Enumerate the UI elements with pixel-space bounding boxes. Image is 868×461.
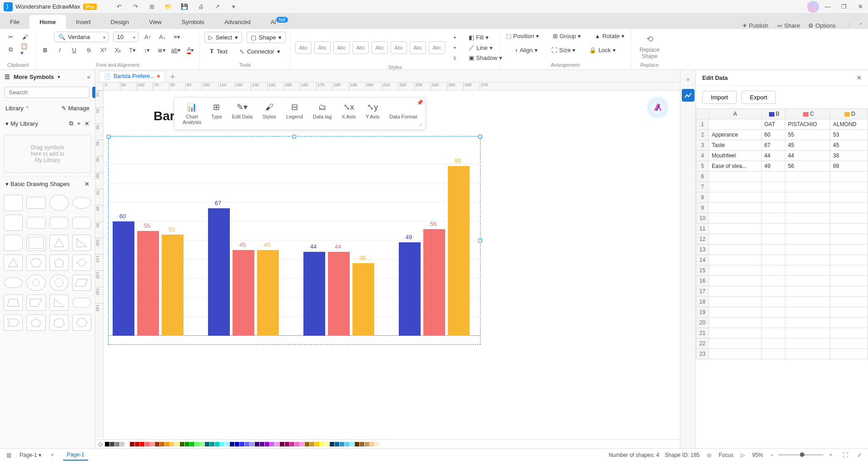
expand-icon[interactable]: ⤢ — [419, 123, 422, 128]
chart-bar[interactable] — [303, 252, 325, 336]
shape-donut[interactable] — [26, 275, 45, 291]
shape-chevron[interactable] — [4, 314, 23, 331]
color-swatch[interactable] — [210, 442, 214, 446]
rotate-button[interactable]: ▲ Rotate ▾ — [593, 32, 626, 40]
shape-rectangle[interactable] — [26, 197, 45, 209]
highlight-icon[interactable]: ab▾ — [171, 45, 181, 55]
chart-tool-chart[interactable]: 📊Chart Analysis — [178, 100, 206, 127]
data-cell[interactable]: PISTACHIO — [785, 119, 830, 130]
data-cell[interactable]: 49 — [761, 161, 785, 172]
color-swatch[interactable] — [145, 442, 149, 446]
shape-frame[interactable] — [26, 235, 45, 251]
open-icon[interactable]: 📁 — [164, 3, 172, 11]
connector-tool[interactable]: ⤡ Connector ▾ — [236, 46, 284, 57]
color-swatch[interactable] — [270, 442, 274, 446]
data-cell[interactable]: 44 — [761, 151, 785, 161]
menu-insert[interactable]: Insert — [66, 15, 101, 29]
shape-rightangle[interactable] — [50, 294, 69, 311]
shape-trapezoid[interactable] — [4, 294, 23, 311]
menu-ai[interactable]: AIhot — [261, 15, 298, 29]
chart-bar[interactable] — [233, 250, 254, 336]
col-header[interactable]: C — [785, 109, 830, 119]
subscript-icon[interactable]: X₂ — [113, 45, 123, 55]
canvas[interactable]: Bar Milks 📌 ⤢ 📊Chart Analysis⊞Type✎▾Edit… — [104, 91, 680, 437]
superscript-icon[interactable]: X² — [99, 45, 109, 55]
save-icon[interactable]: 💾 — [180, 3, 188, 11]
shape-circle[interactable] — [50, 195, 69, 211]
new-tab-icon[interactable]: ＋ — [169, 71, 177, 82]
shape-diamond[interactable] — [72, 255, 91, 271]
color-swatch[interactable] — [115, 442, 119, 446]
select-tool[interactable]: ▷ Select ▾ — [204, 32, 242, 43]
shape-pentagon[interactable] — [50, 255, 69, 271]
document-tab[interactable]: 📄 Barista Prefere... — [99, 71, 165, 81]
data-cell[interactable]: Taste — [709, 140, 762, 151]
hamburger-icon[interactable]: ☰ — [5, 74, 10, 80]
share-button[interactable]: ⫘ Share — [776, 22, 800, 29]
new-icon[interactable]: ⊞ — [148, 3, 156, 11]
publish-button[interactable]: ✈ Publish — [742, 22, 769, 29]
undo-icon[interactable]: ↶ — [115, 3, 123, 11]
chart-bar[interactable] — [162, 235, 184, 336]
color-swatch[interactable] — [245, 442, 249, 446]
color-swatch[interactable] — [325, 442, 329, 446]
color-swatch[interactable] — [170, 442, 174, 446]
toggle-collapse-icon[interactable]: » — [682, 73, 694, 85]
col-header[interactable]: D — [830, 109, 868, 119]
data-cell[interactable]: Ease of stea... — [709, 161, 762, 172]
color-swatch[interactable] — [120, 442, 124, 446]
data-sheet[interactable]: A B C D1OATPISTACHIOALMOND2Apperance6055… — [696, 108, 868, 448]
col-header[interactable]: B — [761, 109, 785, 119]
color-swatch[interactable] — [165, 442, 169, 446]
color-swatch[interactable] — [370, 442, 374, 446]
color-swatch[interactable] — [365, 442, 369, 446]
style-swatch[interactable]: Abc — [410, 41, 426, 54]
close-icon[interactable]: ✕ — [856, 3, 864, 11]
mylib-pop-icon[interactable]: ⧉ — [69, 120, 73, 127]
shape-heptagon[interactable] — [50, 314, 69, 331]
chart-bar[interactable] — [257, 250, 279, 336]
shape-tab[interactable] — [4, 235, 23, 251]
shape-triangle-up[interactable] — [4, 255, 23, 271]
style-more-icon[interactable]: ⊽ — [450, 54, 460, 64]
shadow-button[interactable]: ▣ Shadow ▾ — [467, 54, 504, 62]
zoom-slider[interactable]: − ＋ — [769, 451, 835, 459]
color-swatch[interactable] — [285, 442, 289, 446]
fontcolor-icon[interactable]: A▾ — [186, 45, 196, 55]
fill-button[interactable]: ◧ Fill ▾ — [467, 33, 504, 42]
color-swatch[interactable] — [350, 442, 354, 446]
linespacing-icon[interactable]: ↕▾ — [142, 45, 152, 55]
chart-bar[interactable] — [328, 252, 350, 336]
style-swatch[interactable]: Abc — [314, 41, 331, 54]
color-swatch[interactable] — [300, 442, 304, 446]
chart-bar[interactable] — [399, 242, 421, 336]
style-swatch[interactable]: Abc — [429, 41, 445, 54]
color-swatch[interactable] — [295, 442, 299, 446]
case-icon[interactable]: T▾ — [128, 45, 138, 55]
cut-icon[interactable]: ✂ — [6, 32, 16, 42]
color-swatch[interactable] — [205, 442, 209, 446]
color-swatch[interactable] — [250, 442, 254, 446]
add-page-icon[interactable]: ＋ — [48, 451, 57, 459]
mylib-add-icon[interactable]: ＋ — [76, 119, 82, 128]
data-cell[interactable]: Apperance — [709, 130, 762, 140]
print-icon[interactable]: 🖨 — [197, 3, 205, 11]
focus-button[interactable]: Focus — [719, 452, 734, 458]
data-cell[interactable]: 45 — [785, 140, 830, 151]
replace-shape-icon[interactable]: ⟲ — [646, 34, 653, 44]
fit-page-icon[interactable]: ⛶ — [841, 452, 850, 458]
color-swatch[interactable] — [305, 442, 309, 446]
color-swatch[interactable] — [255, 442, 259, 446]
line-button[interactable]: ／ Line ▾ — [467, 43, 504, 53]
shape-triangle[interactable] — [50, 235, 69, 251]
data-cell[interactable]: 67 — [761, 140, 785, 151]
paste-icon[interactable]: 📋▾ — [20, 44, 30, 54]
shape-roundrect3[interactable] — [72, 217, 91, 229]
underline-icon[interactable]: U — [69, 45, 79, 55]
help-icon[interactable]: ❔ — [844, 22, 851, 29]
data-cell[interactable]: 53 — [830, 130, 868, 140]
data-cell[interactable]: Mouthfeel — [709, 151, 762, 161]
export-icon[interactable]: ↗ — [213, 3, 221, 11]
data-cell[interactable]: ALMOND — [830, 119, 868, 130]
data-cell[interactable]: 89 — [830, 161, 868, 172]
